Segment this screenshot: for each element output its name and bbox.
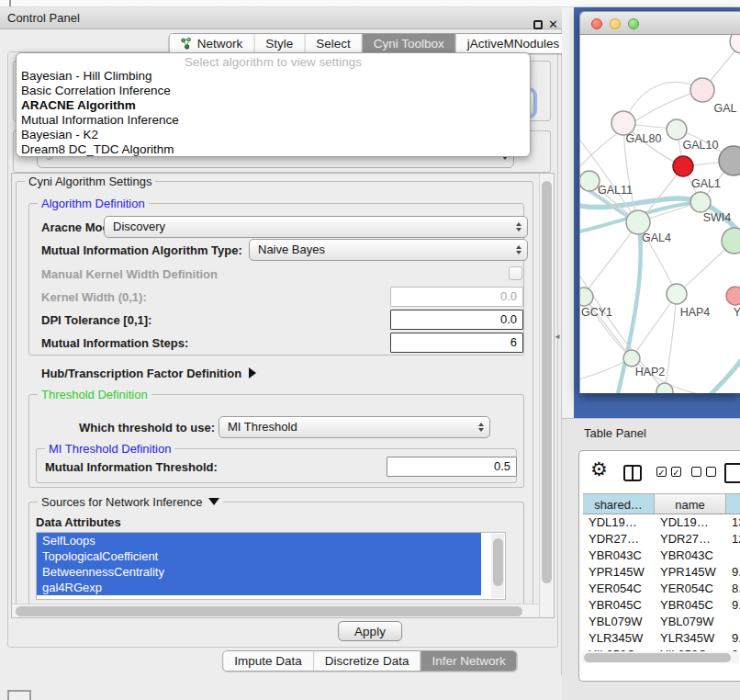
network-node-gal11[interactable] — [580, 171, 600, 191]
table-cell: YDL19… — [589, 514, 653, 531]
table-row[interactable]: YLR345WYLR345W9. — [583, 630, 740, 647]
network-canvas[interactable]: GALGAL80GAL10GAL1GAL11GAL4SWI4GCY1HAP4YH… — [579, 35, 740, 393]
network-node-gal1[interactable] — [690, 192, 711, 212]
table-cell — [732, 548, 740, 564]
attributes-scrollbar[interactable] — [491, 534, 504, 598]
mi-type-combo[interactable]: Naive Bayes — [249, 239, 528, 261]
table-row[interactable]: YDR27…YDR27…12 — [583, 531, 740, 548]
apply-button[interactable]: Apply — [338, 621, 402, 641]
kernel-width-field[interactable]: 0.0 — [390, 287, 523, 307]
column-header-name[interactable]: name — [655, 493, 726, 514]
data-attributes-list[interactable]: SelfLoopsTopologicalCoefficientBetweenne… — [36, 532, 506, 600]
node-label: GAL11 — [598, 184, 633, 197]
mi-steps-field[interactable]: 6 — [390, 333, 523, 353]
page-icon[interactable] — [724, 463, 740, 483]
attribute-item-selfloops[interactable]: SelfLoops — [37, 533, 481, 548]
table-cell: YDR27… — [660, 531, 724, 548]
attribute-item-gal4rgexp[interactable]: gal4RGexp — [37, 580, 481, 595]
unchecked-box-icon[interactable] — [706, 467, 716, 477]
table-cell: YBL079W — [589, 614, 653, 630]
tab-discretize-data[interactable]: Discretize Data — [314, 651, 421, 671]
table-cell: YLR345W — [660, 630, 724, 647]
network-window[interactable]: GALGAL80GAL10GAL1GAL11GAL4SWI4GCY1HAP4YH… — [579, 11, 740, 393]
table-row[interactable]: YDL19…YDL19…13 — [583, 514, 740, 531]
node-label: Y — [734, 306, 740, 319]
gear-icon[interactable]: ⚙ — [590, 458, 608, 480]
checked-box-icon[interactable]: ✓ — [671, 467, 681, 477]
network-node[interactable] — [719, 146, 740, 175]
tab-select[interactable]: Select — [305, 34, 363, 53]
table-cell: 9. — [732, 564, 740, 581]
network-node-gal[interactable] — [690, 78, 714, 102]
split-columns-icon[interactable] — [623, 465, 642, 481]
node-label: GAL — [713, 102, 736, 115]
table-row[interactable]: YBR043CYBR043C — [583, 548, 740, 564]
tab-impute-data[interactable]: Impute Data — [223, 651, 314, 671]
network-node-hap2[interactable] — [623, 350, 640, 367]
algorithm-item-bayesian-hill-climbing[interactable]: Bayesian - Hill Climbing — [17, 69, 530, 84]
algorithm-item-mutual-information-inference[interactable]: Mutual Information Inference — [17, 113, 530, 128]
settings-hscrollbar[interactable] — [12, 604, 539, 617]
tab-infer-network[interactable]: Infer Network — [420, 651, 516, 671]
algorithm-item-aracne-algorithm[interactable]: ARACNE Algorithm — [17, 98, 530, 113]
algorithm-popup-placeholder: Select algorithm to view settings — [17, 55, 530, 69]
network-window-titlebar[interactable] — [579, 11, 740, 35]
checked-box-icon[interactable]: ✓ — [656, 467, 667, 477]
zoom-traffic-light-icon[interactable] — [628, 18, 639, 29]
mi-type-label: Mutual Information Algorithm Type: — [41, 243, 242, 257]
table-cell: YBL079W — [660, 614, 724, 630]
mi-threshold-title: MI Threshold Definition — [45, 442, 174, 456]
dpi-tolerance-field[interactable]: 0.0 — [390, 310, 523, 330]
algorithm-item-dream8-dc-tdc-algorithm[interactable]: Dream8 DC_TDC Algorithm — [17, 142, 530, 157]
table-row[interactable]: YBR045CYBR045C9. — [583, 597, 740, 614]
attribute-item-betweennesscentrality[interactable]: BetweennessCentrality — [37, 564, 481, 580]
column-header-shared[interactable]: shared… — [583, 493, 655, 514]
network-node[interactable] — [730, 35, 740, 53]
network-node-hap4[interactable] — [667, 284, 687, 304]
algorithm-item-basic-correlation-inference[interactable]: Basic Correlation Inference — [17, 84, 530, 98]
network-node-gcy1[interactable] — [580, 288, 593, 306]
table-cell: YDR27… — [589, 531, 653, 548]
network-node[interactable] — [673, 156, 693, 176]
data-attributes-label: Data Attributes — [36, 515, 121, 529]
tab-jactivemnodules[interactable]: jActiveMNodules — [456, 34, 571, 53]
table-cell: 12 — [732, 531, 740, 548]
which-threshold-combo[interactable]: MI Threshold — [219, 416, 490, 438]
control-panel-header: Control Panel ✕ — [0, 7, 562, 29]
panel-splitter[interactable] — [562, 7, 574, 418]
table-hscrollbar[interactable] — [581, 651, 739, 663]
mi-steps-label: Mutual Information Steps: — [41, 336, 188, 350]
manual-kernel-checkbox[interactable] — [509, 266, 522, 280]
tab-style[interactable]: Style — [254, 34, 305, 53]
cyni-settings-title: Cyni Algorithm Settings — [25, 175, 155, 188]
node-label: GAL10 — [683, 139, 719, 152]
mi-threshold-label: Mutual Information Threshold: — [45, 460, 218, 474]
screen: Control Panel ✕ gal-filtered sif default… — [0, 0, 740, 700]
mi-threshold-field[interactable]: 0.5 — [387, 457, 517, 477]
unchecked-box-icon[interactable] — [691, 467, 701, 477]
column-header-a[interactable]: A — [726, 493, 740, 514]
collapse-down-icon — [208, 498, 219, 505]
hub-definition-expander[interactable]: Hub/Transcription Factor Definition — [41, 367, 256, 380]
minimize-traffic-light-icon[interactable] — [610, 18, 621, 29]
network-node-gal10[interactable] — [667, 119, 687, 140]
network-node-y[interactable] — [726, 287, 740, 305]
tab-cyni-toolbox[interactable]: Cyni Toolbox — [363, 34, 456, 53]
sources-title[interactable]: Sources for Network Inference — [38, 495, 223, 509]
node-label: GAL4 — [642, 231, 671, 244]
attribute-item-topologicalcoefficient[interactable]: TopologicalCoefficient — [37, 548, 481, 564]
table-row[interactable]: YER054CYER054C8. — [583, 581, 740, 597]
float-window-icon[interactable] — [533, 20, 543, 29]
node-label: GAL80 — [626, 132, 662, 145]
aracne-mode-combo[interactable]: Discovery — [104, 216, 528, 238]
table-cell: YBR045C — [589, 597, 653, 614]
network-node[interactable] — [656, 383, 673, 393]
close-traffic-light-icon[interactable] — [591, 18, 602, 29]
algorithm-item-bayesian-k2[interactable]: Bayesian - K2 — [17, 128, 530, 142]
docked-panel-icon[interactable] — [7, 690, 31, 700]
table-row[interactable]: YBL079WYBL079W — [583, 614, 740, 630]
network-node-swi4[interactable] — [722, 228, 740, 254]
table-row[interactable]: YPR145WYPR145W9. — [583, 564, 740, 581]
settings-vscrollbar[interactable] — [539, 174, 555, 617]
tab-network[interactable]: Network — [170, 34, 255, 53]
